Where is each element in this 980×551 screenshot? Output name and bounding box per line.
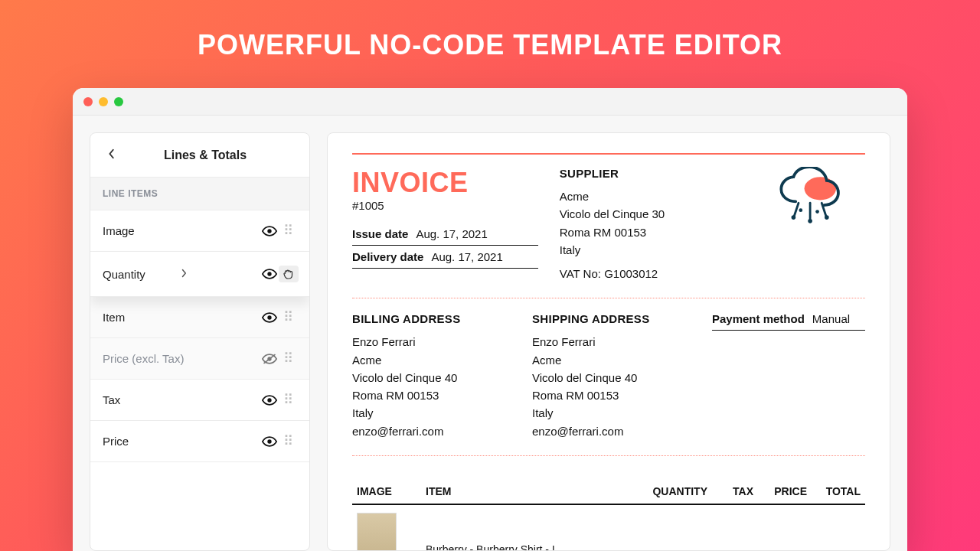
- window-zoom-dot[interactable]: [114, 97, 123, 106]
- line-item-quantity[interactable]: Quantity: [90, 252, 309, 297]
- supplier-city: Roma RM 00153: [560, 223, 737, 241]
- line-item-tax[interactable]: Tax ⠿: [90, 380, 309, 421]
- shipping-city: Roma RM 00153: [532, 386, 691, 404]
- visibility-toggle[interactable]: [260, 353, 279, 365]
- section-divider: [352, 455, 865, 456]
- supplier-heading: SUPPLIER: [560, 167, 737, 180]
- chevron-left-icon: [107, 148, 116, 159]
- shipping-country: Italy: [532, 404, 691, 422]
- svg-point-11: [799, 208, 802, 212]
- eye-icon: [262, 269, 277, 279]
- line-item-label: Quantity: [103, 268, 175, 281]
- line-item-image[interactable]: Image ⠿: [90, 210, 309, 252]
- visibility-toggle[interactable]: [260, 312, 279, 323]
- col-quantity: QUANTITY: [643, 479, 712, 504]
- line-item-label: Price (excl. Tax): [103, 352, 260, 365]
- issue-date-value: Aug. 17, 2021: [416, 227, 487, 240]
- payment-method-value: Manual: [812, 312, 850, 325]
- billing-email: enzo@ferrari.com: [352, 422, 511, 440]
- col-total: TOTAL: [812, 479, 865, 504]
- invoice-preview: INVOICE #1005 Issue date Aug. 17, 2021 D…: [327, 132, 890, 551]
- drag-handle[interactable]: [279, 266, 299, 282]
- billing-street: Vicolo del Cinque 40: [352, 369, 511, 386]
- supplier-street: Vicolo del Cinque 30: [560, 205, 737, 223]
- billing-company: Acme: [352, 351, 511, 369]
- visibility-toggle[interactable]: [260, 395, 279, 406]
- window-close-dot[interactable]: [83, 97, 93, 106]
- visibility-toggle[interactable]: [260, 226, 279, 236]
- supplier-name: Acme: [560, 187, 737, 205]
- col-image: IMAGE: [352, 479, 421, 504]
- invoice-number: #1005: [352, 199, 538, 212]
- line-item-name: Burberry - Burberry Shirt - L: [421, 504, 643, 551]
- svg-point-10: [825, 215, 829, 220]
- drag-handle[interactable]: ⠿: [279, 227, 299, 233]
- back-button[interactable]: [103, 144, 121, 166]
- svg-point-1: [267, 272, 271, 276]
- billing-heading: BILLING ADDRESS: [352, 312, 511, 325]
- shipping-email: enzo@ferrari.com: [532, 422, 691, 440]
- grab-cursor-icon: [282, 267, 296, 281]
- visibility-toggle[interactable]: [260, 269, 279, 279]
- marketing-headline: POWERFUL NO-CODE TEMPLATE EDITOR: [0, 29, 980, 61]
- eye-icon: [262, 226, 277, 236]
- svg-point-12: [815, 210, 819, 214]
- shipping-name: Enzo Ferrari: [532, 333, 691, 350]
- shipping-heading: SHIPPING ADDRESS: [532, 312, 691, 325]
- drag-handle[interactable]: ⠿: [279, 314, 299, 320]
- line-item-item[interactable]: Item ⠿: [90, 297, 309, 338]
- drag-handle[interactable]: ⠿: [279, 396, 299, 403]
- visibility-toggle[interactable]: [260, 436, 279, 447]
- sidebar-section-heading: LINE ITEMS: [90, 178, 309, 210]
- line-item-price-excl-tax[interactable]: Price (excl. Tax) ⠿: [90, 338, 309, 380]
- col-item: ITEM: [421, 479, 643, 504]
- app-window: Lines & Totals LINE ITEMS Image ⠿ Quanti…: [73, 88, 907, 551]
- line-item-label: Image: [103, 224, 260, 237]
- sidebar-title: Lines & Totals: [130, 148, 280, 162]
- line-item-price[interactable]: Price ⠿: [90, 421, 309, 462]
- col-tax: TAX: [712, 479, 758, 504]
- line-item-label: Item: [103, 311, 260, 324]
- table-row: Burberry - Burberry Shirt - L: [352, 504, 865, 551]
- eye-icon: [262, 395, 277, 406]
- sidebar-panel: Lines & Totals LINE ITEMS Image ⠿ Quanti…: [90, 132, 310, 551]
- brand-logo-icon: [773, 167, 850, 232]
- eye-icon: [262, 312, 277, 323]
- col-price: PRICE: [758, 479, 812, 504]
- delivery-date-label: Delivery date: [352, 250, 423, 263]
- expand-caret[interactable]: [180, 267, 188, 281]
- line-items-table: IMAGE ITEM QUANTITY TAX PRICE TOTAL Burb…: [352, 479, 865, 551]
- line-item-label: Tax: [103, 393, 260, 406]
- billing-country: Italy: [352, 404, 511, 422]
- shipping-company: Acme: [532, 351, 691, 369]
- delivery-date-value: Aug. 17, 2021: [431, 250, 502, 263]
- section-divider: [352, 298, 865, 298]
- shipping-street: Vicolo del Cinque 40: [532, 369, 691, 386]
- svg-point-9: [808, 219, 812, 223]
- eye-icon: [262, 436, 277, 447]
- billing-city: Roma RM 00153: [352, 386, 511, 404]
- svg-point-5: [267, 398, 271, 402]
- supplier-vat: VAT No: G1003012: [560, 265, 737, 282]
- eye-off-icon: [262, 353, 277, 365]
- line-item-label: Price: [103, 435, 260, 448]
- top-rule: [352, 153, 865, 155]
- billing-name: Enzo Ferrari: [352, 333, 511, 350]
- product-thumbnail: [357, 513, 397, 551]
- svg-point-6: [267, 439, 271, 443]
- window-titlebar: [73, 88, 907, 116]
- supplier-country: Italy: [560, 241, 737, 259]
- invoice-heading: INVOICE: [352, 167, 538, 199]
- drag-handle[interactable]: ⠿: [279, 438, 299, 444]
- drag-handle[interactable]: ⠿: [279, 355, 299, 361]
- payment-method-label: Payment method: [712, 312, 805, 325]
- svg-point-0: [267, 229, 271, 233]
- svg-point-2: [267, 315, 271, 319]
- window-minimize-dot[interactable]: [99, 97, 108, 106]
- chevron-right-icon: [180, 269, 188, 278]
- svg-point-8: [792, 215, 796, 220]
- issue-date-label: Issue date: [352, 227, 408, 240]
